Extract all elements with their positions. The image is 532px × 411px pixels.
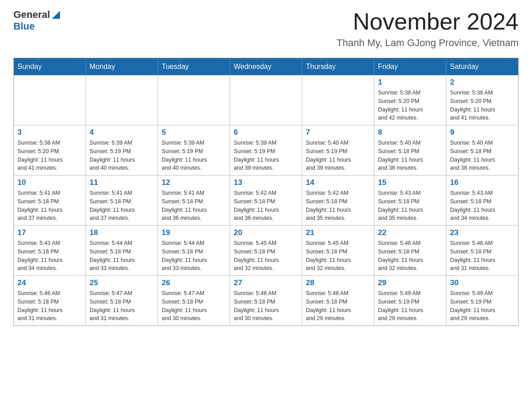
day-number: 17	[17, 228, 82, 237]
logo: General Blue	[13, 9, 60, 32]
calendar-cell	[302, 75, 374, 125]
calendar-cell: 28Sunrise: 5:48 AM Sunset: 5:18 PM Dayli…	[302, 276, 374, 326]
day-info: Sunrise: 5:40 AM Sunset: 5:18 PM Dayligh…	[450, 139, 515, 172]
page-title: November 2024	[337, 9, 519, 34]
day-number: 1	[378, 78, 442, 87]
week-row-4: 17Sunrise: 5:43 AM Sunset: 5:18 PM Dayli…	[14, 226, 519, 276]
day-number: 2	[450, 78, 515, 87]
day-info: Sunrise: 5:44 AM Sunset: 5:18 PM Dayligh…	[90, 239, 154, 273]
day-number: 10	[17, 178, 82, 187]
calendar-cell: 5Sunrise: 5:39 AM Sunset: 5:19 PM Daylig…	[158, 125, 230, 176]
week-row-5: 24Sunrise: 5:46 AM Sunset: 5:18 PM Dayli…	[14, 276, 519, 326]
calendar-cell	[230, 75, 302, 125]
day-info: Sunrise: 5:38 AM Sunset: 5:20 PM Dayligh…	[378, 89, 442, 122]
day-info: Sunrise: 5:44 AM Sunset: 5:18 PM Dayligh…	[162, 239, 226, 273]
day-number: 12	[162, 178, 226, 187]
calendar-cell: 10Sunrise: 5:41 AM Sunset: 5:18 PM Dayli…	[14, 176, 86, 226]
logo-blue-text: Blue	[13, 21, 35, 32]
calendar-cell	[14, 75, 86, 125]
calendar-cell: 1Sunrise: 5:38 AM Sunset: 5:20 PM Daylig…	[374, 75, 446, 125]
calendar-table: SundayMondayTuesdayWednesdayThursdayFrid…	[13, 58, 519, 326]
day-info: Sunrise: 5:49 AM Sunset: 5:19 PM Dayligh…	[450, 289, 515, 323]
day-number: 26	[162, 278, 226, 287]
calendar-cell	[86, 75, 158, 125]
day-info: Sunrise: 5:45 AM Sunset: 5:18 PM Dayligh…	[306, 239, 370, 273]
calendar-cell: 27Sunrise: 5:48 AM Sunset: 5:18 PM Dayli…	[230, 276, 302, 326]
day-number: 14	[306, 178, 370, 187]
day-number: 9	[450, 128, 515, 137]
calendar-cell: 11Sunrise: 5:41 AM Sunset: 5:18 PM Dayli…	[86, 176, 158, 226]
week-row-1: 1Sunrise: 5:38 AM Sunset: 5:20 PM Daylig…	[14, 75, 519, 125]
day-info: Sunrise: 5:48 AM Sunset: 5:18 PM Dayligh…	[234, 289, 298, 323]
day-number: 16	[450, 178, 515, 187]
day-info: Sunrise: 5:43 AM Sunset: 5:18 PM Dayligh…	[378, 189, 442, 223]
calendar-cell: 13Sunrise: 5:42 AM Sunset: 5:18 PM Dayli…	[230, 176, 302, 226]
col-header-tuesday: Tuesday	[158, 58, 230, 76]
day-number: 20	[234, 228, 298, 237]
week-row-3: 10Sunrise: 5:41 AM Sunset: 5:18 PM Dayli…	[14, 176, 519, 226]
day-info: Sunrise: 5:41 AM Sunset: 5:18 PM Dayligh…	[162, 189, 226, 223]
day-info: Sunrise: 5:43 AM Sunset: 5:18 PM Dayligh…	[450, 189, 515, 223]
calendar-cell	[158, 75, 230, 125]
day-number: 6	[234, 128, 298, 137]
page-subtitle: Thanh My, Lam GJong Province, Vietnam	[337, 37, 519, 49]
calendar-cell: 12Sunrise: 5:41 AM Sunset: 5:18 PM Dayli…	[158, 176, 230, 226]
calendar-cell: 3Sunrise: 5:38 AM Sunset: 5:20 PM Daylig…	[14, 125, 86, 176]
day-info: Sunrise: 5:39 AM Sunset: 5:19 PM Dayligh…	[162, 139, 226, 172]
calendar-cell: 14Sunrise: 5:42 AM Sunset: 5:18 PM Dayli…	[302, 176, 374, 226]
day-number: 29	[378, 278, 442, 287]
calendar-cell: 21Sunrise: 5:45 AM Sunset: 5:18 PM Dayli…	[302, 226, 374, 276]
calendar-cell: 25Sunrise: 5:47 AM Sunset: 5:18 PM Dayli…	[86, 276, 158, 326]
logo-triangle-icon	[52, 11, 60, 19]
day-number: 18	[90, 228, 154, 237]
calendar-cell: 18Sunrise: 5:44 AM Sunset: 5:18 PM Dayli…	[86, 226, 158, 276]
day-info: Sunrise: 5:43 AM Sunset: 5:18 PM Dayligh…	[17, 239, 82, 273]
day-number: 3	[17, 128, 82, 137]
calendar-cell: 17Sunrise: 5:43 AM Sunset: 5:18 PM Dayli…	[14, 226, 86, 276]
calendar-cell: 6Sunrise: 5:39 AM Sunset: 5:19 PM Daylig…	[230, 125, 302, 176]
calendar-cell: 22Sunrise: 5:46 AM Sunset: 5:18 PM Dayli…	[374, 226, 446, 276]
calendar-cell: 2Sunrise: 5:38 AM Sunset: 5:20 PM Daylig…	[446, 75, 519, 125]
page-header: General Blue November 2024 Thanh My, Lam…	[13, 9, 519, 49]
day-number: 27	[234, 278, 298, 287]
day-info: Sunrise: 5:48 AM Sunset: 5:18 PM Dayligh…	[306, 289, 370, 323]
calendar-header-row: SundayMondayTuesdayWednesdayThursdayFrid…	[14, 58, 519, 76]
day-info: Sunrise: 5:41 AM Sunset: 5:18 PM Dayligh…	[90, 189, 154, 223]
day-info: Sunrise: 5:46 AM Sunset: 5:18 PM Dayligh…	[378, 239, 442, 273]
day-number: 30	[450, 278, 515, 287]
calendar-cell: 26Sunrise: 5:47 AM Sunset: 5:18 PM Dayli…	[158, 276, 230, 326]
col-header-wednesday: Wednesday	[230, 58, 302, 76]
day-info: Sunrise: 5:38 AM Sunset: 5:20 PM Dayligh…	[450, 89, 515, 122]
calendar-cell: 29Sunrise: 5:49 AM Sunset: 5:19 PM Dayli…	[374, 276, 446, 326]
day-info: Sunrise: 5:42 AM Sunset: 5:18 PM Dayligh…	[306, 189, 370, 223]
day-number: 15	[378, 178, 442, 187]
day-info: Sunrise: 5:42 AM Sunset: 5:18 PM Dayligh…	[234, 189, 298, 223]
day-info: Sunrise: 5:46 AM Sunset: 5:18 PM Dayligh…	[450, 239, 515, 273]
col-header-sunday: Sunday	[14, 58, 86, 76]
day-number: 19	[162, 228, 226, 237]
day-number: 13	[234, 178, 298, 187]
col-header-thursday: Thursday	[302, 58, 374, 76]
day-info: Sunrise: 5:39 AM Sunset: 5:19 PM Dayligh…	[90, 139, 154, 172]
day-info: Sunrise: 5:40 AM Sunset: 5:18 PM Dayligh…	[378, 139, 442, 172]
day-number: 8	[378, 128, 442, 137]
day-info: Sunrise: 5:49 AM Sunset: 5:19 PM Dayligh…	[378, 289, 442, 323]
svg-marker-0	[52, 11, 60, 19]
day-info: Sunrise: 5:46 AM Sunset: 5:18 PM Dayligh…	[17, 289, 82, 323]
day-info: Sunrise: 5:47 AM Sunset: 5:18 PM Dayligh…	[162, 289, 226, 323]
calendar-cell: 4Sunrise: 5:39 AM Sunset: 5:19 PM Daylig…	[86, 125, 158, 176]
day-info: Sunrise: 5:39 AM Sunset: 5:19 PM Dayligh…	[234, 139, 298, 172]
calendar-cell: 19Sunrise: 5:44 AM Sunset: 5:18 PM Dayli…	[158, 226, 230, 276]
col-header-monday: Monday	[86, 58, 158, 76]
day-number: 25	[90, 278, 154, 287]
title-area: November 2024 Thanh My, Lam GJong Provin…	[337, 9, 519, 49]
day-number: 4	[90, 128, 154, 137]
calendar-cell: 8Sunrise: 5:40 AM Sunset: 5:18 PM Daylig…	[374, 125, 446, 176]
calendar-cell: 24Sunrise: 5:46 AM Sunset: 5:18 PM Dayli…	[14, 276, 86, 326]
day-number: 5	[162, 128, 226, 137]
logo-general-text: General	[13, 9, 50, 21]
day-info: Sunrise: 5:41 AM Sunset: 5:18 PM Dayligh…	[17, 189, 82, 223]
day-number: 7	[306, 128, 370, 137]
calendar-cell: 9Sunrise: 5:40 AM Sunset: 5:18 PM Daylig…	[446, 125, 519, 176]
calendar-cell: 23Sunrise: 5:46 AM Sunset: 5:18 PM Dayli…	[446, 226, 519, 276]
